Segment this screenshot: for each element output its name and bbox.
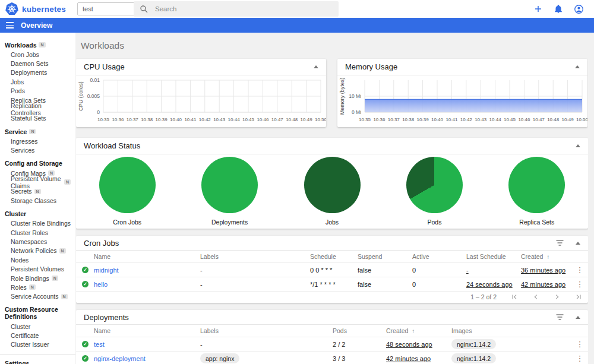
active-cell: 0 [412, 281, 416, 288]
card-title-workload-status: Workload Status [84, 141, 140, 150]
sidebar-item-label: Nodes [11, 257, 29, 264]
sidebar-item-service-accounts[interactable]: Service AccountsN [0, 292, 75, 301]
column-header-suspend[interactable]: Suspend [358, 253, 412, 260]
row-menu-button[interactable]: ⋮ [571, 354, 588, 363]
column-header-pods[interactable]: Pods [333, 327, 386, 334]
namespaced-badge: N [34, 189, 41, 194]
sidebar-item-jobs[interactable]: Jobs [0, 77, 75, 86]
svg-text:0.005: 0.005 [87, 93, 100, 99]
collapse-icon[interactable] [576, 144, 580, 147]
svg-text:10 Mi: 10 Mi [349, 93, 361, 99]
svg-text:10:36: 10:36 [373, 117, 386, 122]
column-header-name[interactable]: Name [94, 253, 200, 260]
sidebar-item-persistent-volume-claims[interactable]: Persistent Volume ClaimsN [0, 178, 75, 186]
svg-text:Memory (bytes): Memory (bytes) [339, 78, 345, 115]
sidebar-item-services[interactable]: Services [0, 146, 75, 155]
create-resource-button[interactable] [534, 5, 542, 13]
filter-icon[interactable] [556, 240, 564, 246]
svg-text:10:49: 10:49 [562, 117, 574, 122]
created-cell: 42 minutes ago [386, 355, 431, 362]
collapse-icon[interactable] [576, 242, 580, 245]
column-header-active[interactable]: Active [412, 253, 466, 260]
last-schedule-cell: 24 seconds ago [466, 281, 513, 288]
column-header-name[interactable]: Name [94, 327, 200, 334]
row-menu-button[interactable]: ⋮ [571, 265, 588, 274]
sidebar-item-namespaces[interactable]: Namespaces [0, 237, 75, 246]
column-header-labels[interactable]: Labels [200, 253, 310, 260]
sidebar-section-label: Workloads [5, 42, 36, 49]
search-bar[interactable] [134, 1, 339, 17]
collapse-icon[interactable] [576, 316, 580, 319]
resource-name-link[interactable]: midnight [94, 267, 119, 274]
last-page-button[interactable] [575, 293, 582, 300]
column-header-created[interactable]: Created↑ [386, 327, 451, 334]
sidebar-item-storage-classes[interactable]: Storage Classes [0, 196, 75, 205]
sidebar-item-nodes[interactable]: Nodes [0, 255, 75, 264]
sidebar-item-persistent-volumes[interactable]: Persistent Volumes [0, 264, 75, 273]
created-cell: 48 seconds ago [386, 341, 432, 348]
sidebar-item-daemon-sets[interactable]: Daemon Sets [0, 59, 75, 68]
sidebar-item-cluster[interactable]: Cluster [0, 322, 75, 331]
previous-page-button[interactable] [532, 293, 539, 300]
collapse-icon[interactable] [575, 65, 580, 68]
column-header-last-schedule[interactable]: Last Schedule [466, 253, 521, 260]
notifications-button[interactable] [554, 5, 563, 14]
pie-label: Cron Jobs [113, 219, 141, 226]
status-ok-icon: ✓ [82, 355, 89, 362]
status-ok-icon: ✓ [82, 267, 89, 273]
sidebar-item-cluster-roles[interactable]: Cluster Roles [0, 228, 75, 237]
row-menu-button[interactable]: ⋮ [571, 280, 588, 289]
namespaced-badge: N [59, 248, 66, 254]
collapse-icon[interactable] [314, 65, 318, 68]
menu-icon[interactable] [6, 22, 14, 28]
deployments-table: NameLabelsPodsCreated↑Images✓test-2 / 24… [76, 325, 588, 364]
row-menu-button[interactable]: ⋮ [571, 340, 588, 349]
sidebar-item-pods[interactable]: Pods [0, 87, 75, 96]
column-header-schedule[interactable]: Schedule [310, 253, 358, 260]
sidebar-item-roles[interactable]: RolesN [0, 283, 75, 292]
sidebar-item-network-policies[interactable]: Network PoliciesN [0, 246, 75, 255]
suspend-cell: false [358, 281, 371, 288]
account-button[interactable] [574, 5, 583, 14]
column-header-images[interactable]: Images [451, 327, 571, 334]
column-header-label: Images [451, 327, 472, 334]
top-bar: kubernetes test ▼ [0, 0, 594, 18]
sidebar-item-ingresses[interactable]: Ingresses [0, 137, 75, 145]
svg-text:10:38: 10:38 [402, 117, 415, 122]
sidebar-item-label: Cluster Role Bindings [11, 220, 71, 227]
search-input[interactable] [155, 5, 304, 12]
next-page-button[interactable] [554, 293, 561, 300]
sidebar-item-deployments[interactable]: Deployments [0, 68, 75, 77]
sidebar-item-settings[interactable]: Settings [0, 357, 75, 364]
labels-cell: - [200, 281, 203, 288]
sidebar-item-cluster-role-bindings[interactable]: Cluster Role Bindings [0, 219, 75, 227]
sidebar-item-replication-controllers[interactable]: Replication Controllers [0, 105, 75, 113]
namespaced-badge: N [29, 129, 36, 134]
pie-chart-jobs [304, 157, 361, 213]
chevron-right-icon [554, 293, 561, 300]
sidebar-item-label: Jobs [11, 78, 24, 86]
svg-text:10:44: 10:44 [489, 117, 502, 122]
sidebar-item-label: Services [11, 147, 34, 154]
pie-column-deployments: Deployments [178, 157, 280, 226]
svg-text:10:39: 10:39 [417, 117, 429, 122]
pie-chart-pods [406, 157, 463, 213]
first-page-button[interactable] [511, 293, 518, 300]
filter-icon[interactable] [556, 314, 564, 320]
sidebar-item-certificate[interactable]: Certificate [0, 331, 75, 340]
sidebar-item-role-bindings[interactable]: Role BindingsN [0, 274, 75, 283]
sidebar-item-cron-jobs[interactable]: Cron Jobs [0, 50, 75, 59]
resource-name-link[interactable]: hello [94, 281, 108, 288]
pie-chart-cron-jobs [99, 157, 156, 213]
column-header-labels[interactable]: Labels [200, 327, 333, 334]
card-title-cpu: CPU Usage [84, 62, 125, 71]
nav-bar: Overview [0, 18, 594, 33]
column-header-created[interactable]: Created↑ [521, 253, 571, 260]
sidebar-item-label: Cluster [11, 323, 30, 330]
column-header-label: Name [94, 327, 110, 334]
sidebar-item-cluster-issuer[interactable]: Cluster Issuer [0, 340, 75, 349]
svg-text:10:42: 10:42 [199, 117, 211, 122]
resource-name-link[interactable]: test [94, 341, 105, 348]
pie-label: Deployments [211, 219, 248, 226]
resource-name-link[interactable]: nginx-deployment [94, 355, 146, 362]
